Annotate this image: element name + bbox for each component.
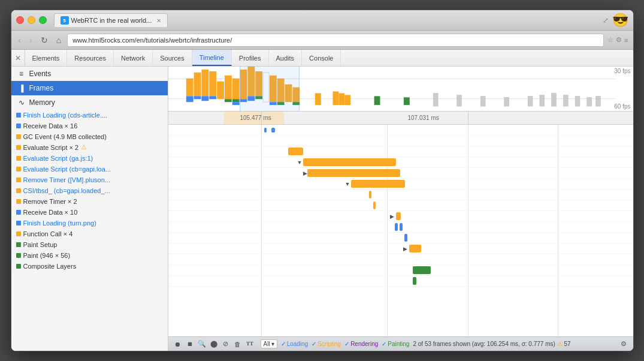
stop-icon[interactable]: ⏹ [185,339,195,349]
tab-resources[interactable]: Resources [67,50,114,66]
search-icon[interactable]: 🔍 [197,339,207,349]
ruler-marker-2: 107.031 ms [408,115,439,121]
tab-profiles[interactable]: Profiles [232,50,269,66]
clear-icon[interactable]: 🗑 [233,339,243,349]
record-bar [271,128,275,133]
status-warning-icon: ⚠ [557,341,563,347]
event-color [16,264,21,269]
event-label: Paint (946 × 56) [23,252,71,259]
list-item[interactable]: Remove Timer ([VM].pluson... [11,175,168,185]
svg-rect-45 [240,67,299,111]
ruler-marker-1: 105.477 ms [240,115,271,121]
tab-network[interactable]: Network [114,50,153,66]
list-item[interactable]: Receive Data × 10 [11,207,168,218]
tab-close-icon[interactable]: ✕ [156,17,161,24]
record-row [168,136,633,146]
record-row [168,254,633,265]
address-icons: ☆ ⚙ ≡ [607,36,628,44]
event-label: Remove Timer ([VM].pluson... [23,176,111,183]
stop-recording-icon[interactable]: ⊘ [221,339,231,349]
filter-all-dropdown[interactable]: All ▾ [261,339,277,348]
tab-elements[interactable]: Elements [25,50,68,66]
record-row [168,146,633,157]
sidebar-item-memory[interactable]: Memory [11,95,168,110]
reload-button[interactable]: ↻ [38,34,50,46]
svg-rect-31 [344,95,350,105]
tab-console[interactable]: Console [302,50,341,66]
user-avatar: 😎 [612,13,628,28]
minimize-button[interactable] [28,16,35,24]
rendering-label: Rendering [350,341,378,347]
record-icon[interactable]: ⏺ [173,339,183,349]
close-button[interactable] [16,16,24,24]
event-label: CSI/tbsd_ (cb=gapi.loaded_... [23,187,110,194]
maximize-button[interactable] [39,16,47,24]
record-bar [303,158,396,166]
svg-rect-12 [232,99,239,102]
bookmark-icon[interactable]: ☆ [607,36,613,44]
list-item[interactable]: Evaluate Script × 2 ⚠ [11,142,168,153]
sidebar-frames-label: Frames [29,84,54,92]
list-item[interactable]: Function Call × 4 [11,228,168,239]
sidebar-item-events[interactable]: Events [11,67,168,81]
list-item[interactable]: CSI/tbsd_ (cb=gapi.loaded_... [11,185,168,196]
record-row: ▼ [168,179,633,189]
list-item[interactable]: Paint (946 × 56) [11,250,168,261]
filter-rendering[interactable]: ✓ Rendering [344,341,378,347]
filter-painting[interactable]: ✓ Painting [382,341,409,347]
list-item[interactable]: Paint Setup [11,239,168,250]
painting-label: Painting [388,341,409,347]
timeline-records[interactable]: ▼ ▶ ▼ [168,125,633,336]
memory-icon [17,98,26,107]
tab-sources[interactable]: Sources [153,50,192,66]
svg-rect-4 [201,70,208,96]
filter-icon[interactable]: ⬤ [209,339,219,349]
settings-icon[interactable]: ⚙ [619,339,628,349]
event-color [16,221,21,225]
record-bar [373,201,376,209]
home-button[interactable]: ⌂ [54,34,64,46]
resize-icon[interactable]: ⤢ [603,16,609,25]
loading-label: Loading [287,341,309,347]
record-row [168,125,633,136]
record-bar [413,277,416,285]
list-item[interactable]: Finish Loading (turn.png) [11,218,168,228]
list-item[interactable]: Evaluate Script (cb=gapi.loa... [11,164,168,175]
record-bar [396,212,401,220]
frames-icon [17,84,26,92]
url-input[interactable]: www.html5rocks.com/en/tutorials/webrtc/i… [67,34,604,47]
list-item[interactable]: Remove Timer × 2 [11,196,168,207]
svg-rect-2 [193,73,201,96]
browser-tab[interactable]: 5 WebRTC in the real world... ✕ [54,13,168,27]
svg-rect-11 [232,79,239,100]
svg-rect-42 [575,96,580,106]
list-item[interactable]: Composite Layers [11,261,168,272]
svg-rect-43 [586,97,591,106]
filter-scripting[interactable]: ✓ Scripting [312,341,341,347]
event-label: Evaluate Script (cb=gapi.loa... [23,166,111,173]
list-item[interactable]: GC Event (4.9 MB collected) [11,131,168,142]
events-list: Finish Loading (cds-article.... Receive … [11,110,168,351]
forward-button[interactable]: › [27,34,35,46]
window-controls: ⤢ 😎 [603,13,628,28]
svg-rect-40 [551,93,556,106]
event-label: Finish Loading (turn.png) [23,219,96,227]
event-color [16,156,21,161]
menu-icon[interactable]: ≡ [624,37,628,44]
back-button[interactable]: ‹ [16,34,24,46]
sidebar-item-frames[interactable]: Frames [11,81,168,95]
event-label: Remove Timer × 2 [23,198,77,205]
sidebar: Events Frames Memory Finish Loading (cds… [11,67,168,351]
event-label: Function Call × 4 [23,230,73,237]
record-bar [307,169,400,177]
list-item[interactable]: Receive Data × 16 [11,121,168,131]
filter-loading[interactable]: ✓ Loading [281,341,309,347]
tab-favicon: 5 [61,16,69,25]
list-item[interactable]: Finish Loading (cds-article.... [11,110,168,121]
tab-audits[interactable]: Audits [269,50,303,66]
tab-timeline[interactable]: Timeline [192,50,232,66]
devtools-close-button[interactable]: ✕ [11,50,25,66]
list-item[interactable]: Evaluate Script (ga.js:1) [11,153,168,164]
text-icon[interactable]: 𝐓𝐓 [245,339,255,349]
extensions-icon[interactable]: ⚙ [616,36,622,44]
